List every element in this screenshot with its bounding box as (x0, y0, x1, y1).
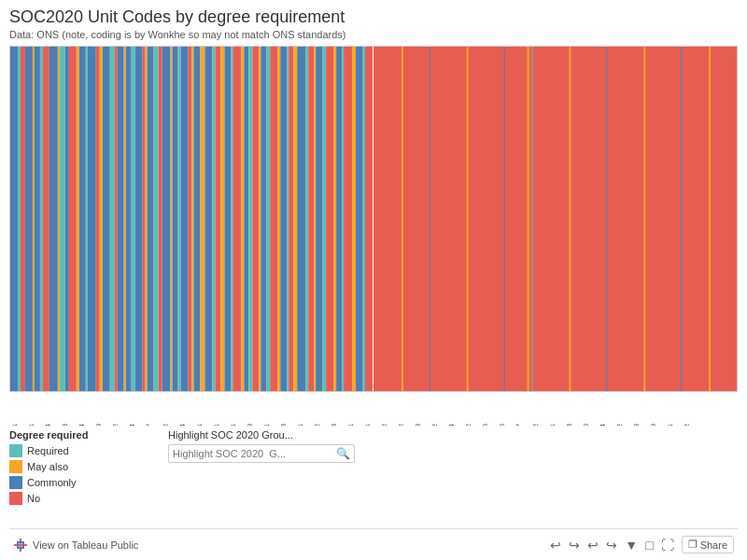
svg-rect-3 (25, 47, 33, 391)
x-axis: 1131 1161 1224 1253 2114 2129 2142 2224 … (9, 392, 738, 426)
svg-text:2114: 2114 (78, 424, 85, 426)
nav-down-icon[interactable]: ▼ (625, 538, 638, 553)
svg-rect-62 (305, 47, 308, 391)
svg-rect-71 (344, 47, 352, 391)
legend-item-required: Required (9, 444, 159, 457)
svg-rect-82 (532, 47, 533, 391)
svg-text:5242: 5242 (431, 424, 438, 426)
svg-rect-2 (21, 47, 25, 391)
redo-button[interactable]: ↪ (569, 538, 580, 553)
svg-rect-24 (126, 47, 132, 391)
svg-text:3553: 3553 (331, 424, 337, 426)
svg-rect-37 (189, 47, 192, 391)
svg-rect-65 (316, 47, 322, 391)
svg-text:1224: 1224 (45, 424, 51, 426)
svg-rect-22 (118, 47, 124, 391)
svg-rect-52 (259, 47, 261, 391)
forward-button[interactable]: ↪ (606, 538, 617, 553)
svg-rect-40 (200, 47, 204, 391)
share-button[interactable]: ❐ Share (682, 536, 734, 553)
svg-text:9139: 9139 (650, 424, 656, 426)
svg-text:9231: 9231 (667, 424, 673, 426)
svg-rect-68 (333, 47, 336, 391)
page-title: SOC2020 Unit Codes by degree requirement (9, 7, 738, 27)
legend-label-no: No (27, 493, 40, 504)
svg-rect-6 (40, 47, 43, 391)
filter-input-wrap[interactable]: 🔍 (168, 444, 355, 463)
svg-rect-57 (280, 47, 287, 391)
svg-text:5314: 5314 (448, 424, 455, 426)
svg-rect-73 (356, 47, 362, 391)
svg-rect-61 (297, 47, 305, 391)
svg-rect-34 (173, 47, 178, 391)
svg-text:7213: 7213 (566, 424, 572, 426)
svg-rect-26 (135, 47, 143, 391)
svg-text:7121: 7121 (549, 424, 556, 426)
svg-rect-7 (43, 47, 49, 391)
svg-rect-85 (643, 47, 645, 391)
svg-rect-8 (49, 47, 58, 391)
svg-text:5435: 5435 (482, 424, 488, 426)
svg-text:8212: 8212 (616, 424, 623, 426)
svg-rect-67 (326, 47, 333, 391)
svg-text:2431: 2431 (196, 424, 203, 426)
mayalso-color (9, 460, 22, 473)
svg-rect-38 (192, 47, 194, 391)
svg-text:2312: 2312 (162, 424, 169, 426)
filter-title: Highlight SOC 2020 Grou... (168, 429, 738, 441)
svg-rect-66 (322, 47, 326, 391)
svg-rect-20 (110, 47, 115, 391)
svg-rect-53 (261, 47, 266, 391)
undo-button[interactable]: ↩ (550, 538, 561, 553)
svg-text:3532: 3532 (314, 424, 320, 426)
tableau-label[interactable]: View on Tableau Public (33, 539, 138, 551)
fullscreen-button[interactable]: ⛶ (661, 538, 674, 553)
svg-rect-27 (143, 47, 146, 391)
svg-rect-1 (18, 47, 21, 391)
svg-rect-59 (289, 47, 293, 391)
chart-wrapper: 1131 1161 1224 1253 2114 2129 2142 2224 … (9, 46, 738, 426)
svg-text:5112: 5112 (398, 424, 404, 426)
svg-text:2142: 2142 (112, 424, 119, 426)
svg-rect-43 (215, 47, 220, 391)
legend-label-mayalso: May also (27, 461, 68, 472)
svg-rect-30 (154, 47, 159, 391)
search-icon[interactable]: 🔍 (336, 447, 350, 460)
x-axis-svg: 1131 1161 1224 1253 2114 2129 2142 2224 … (9, 392, 738, 426)
svg-rect-13 (77, 47, 79, 391)
chart-area (9, 46, 738, 392)
svg-text:2324: 2324 (179, 424, 186, 426)
tableau-logo[interactable]: View on Tableau Public (13, 538, 138, 553)
share-label: Share (700, 539, 727, 551)
svg-rect-81 (528, 47, 529, 391)
svg-rect-28 (146, 47, 148, 391)
svg-text:3221: 3221 (263, 424, 270, 426)
svg-text:2129: 2129 (95, 424, 102, 426)
svg-rect-75 (365, 47, 373, 391)
reset-button[interactable]: ↩ (587, 538, 599, 553)
svg-rect-86 (681, 47, 682, 391)
svg-rect-29 (148, 47, 154, 391)
svg-rect-48 (241, 47, 244, 391)
svg-rect-25 (132, 47, 135, 391)
legend: Degree required Required May also Common… (9, 429, 159, 528)
svg-rect-16 (88, 47, 96, 391)
svg-rect-49 (244, 47, 248, 391)
svg-rect-12 (69, 47, 77, 391)
svg-rect-19 (103, 47, 110, 391)
svg-rect-76 (374, 47, 737, 391)
svg-text:8120: 8120 (583, 424, 589, 426)
filter-input[interactable] (173, 448, 336, 459)
svg-text:4131: 4131 (364, 424, 371, 426)
svg-rect-130 (14, 544, 27, 546)
svg-text:5412: 5412 (465, 424, 472, 426)
svg-text:3313: 3313 (280, 424, 287, 426)
expand-button[interactable]: □ (645, 538, 653, 553)
svg-rect-84 (606, 47, 607, 391)
svg-rect-55 (270, 47, 277, 391)
svg-rect-77 (402, 47, 403, 391)
svg-rect-39 (193, 47, 200, 391)
legend-title: Degree required (9, 429, 159, 441)
svg-rect-69 (336, 47, 342, 391)
svg-rect-41 (204, 47, 212, 391)
